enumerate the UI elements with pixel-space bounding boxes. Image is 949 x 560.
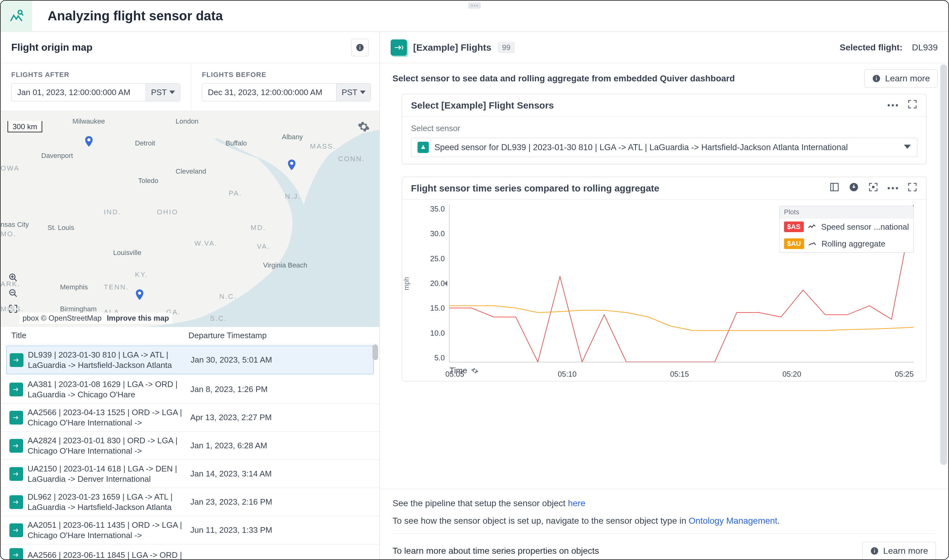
info-button[interactable]: [351, 39, 369, 56]
row-title: AA381 | 2023-01-08 1629 | LGA -> ORD | L…: [28, 379, 184, 400]
sensor-select-dropdown[interactable]: Speed sensor for DL939 | 2023-01-30 810 …: [411, 138, 917, 157]
flight-icon: [9, 467, 23, 481]
svg-text:Memphis: Memphis: [60, 283, 88, 291]
flights-after-value: Jan 01, 2023, 12:00:00:000 AM: [17, 88, 130, 97]
table-row[interactable]: AA2566 | 2023-06-11 1845 | LGA -> ORD |: [1, 545, 379, 560]
selected-flight-label: Selected flight:: [840, 43, 903, 52]
expand-icon[interactable]: [907, 99, 917, 111]
window-drag-handle[interactable]: [468, 3, 481, 9]
svg-text:Virginia Beach: Virginia Beach: [263, 261, 307, 269]
col-departure[interactable]: Departure Timestamp: [182, 331, 379, 340]
chart-collapse-handle[interactable]: [444, 278, 448, 289]
footer-text: To see how the sensor object is set up, …: [393, 516, 689, 526]
pipeline-link[interactable]: here: [568, 498, 585, 508]
selected-flight-value: DL939: [912, 43, 938, 52]
legend-item[interactable]: $AS Speed sensor ...national: [780, 218, 913, 235]
svg-point-40: [87, 138, 91, 142]
ontology-link[interactable]: Ontology Management: [689, 516, 777, 526]
svg-text:MASS.: MASS.: [310, 142, 336, 150]
sensor-select-card: Select [Example] Flight Sensors Select s…: [402, 94, 926, 164]
chart-legend: Plots $AS Speed sensor ...national $AU R…: [780, 206, 914, 252]
map-pin-icon[interactable]: [288, 160, 296, 170]
svg-text:TENN.: TENN.: [103, 283, 129, 291]
svg-text:N.C.: N.C.: [219, 292, 237, 300]
table-row[interactable]: AA2566 | 2023-04-13 1525 | ORD -> LGA | …: [1, 403, 379, 432]
row-timestamp: Apr 13, 2023, 2:27 PM: [184, 413, 379, 422]
svg-text:nsas City: nsas City: [1, 220, 29, 228]
svg-text:KY.: KY.: [135, 271, 148, 278]
expand-icon[interactable]: [907, 182, 917, 194]
chart-card: Flight sensor time series compared to ro…: [402, 177, 926, 382]
table-row[interactable]: DL962 | 2023-01-23 1659 | LGA -> ATL | L…: [1, 488, 379, 516]
sensor-icon: [417, 142, 429, 153]
table-row[interactable]: DL939 | 2023-01-30 810 | LGA -> ATL | La…: [6, 346, 374, 374]
svg-rect-51: [874, 549, 875, 549]
card-menu-icon[interactable]: [887, 104, 898, 106]
flights-before-input[interactable]: Dec 31, 2023, 12:00:00:000 AM PST: [202, 83, 371, 102]
table-row[interactable]: AA381 | 2023-01-08 1629 | LGA -> ORD | L…: [1, 375, 379, 403]
card-menu-icon[interactable]: [887, 187, 898, 189]
flights-before-value: Dec 31, 2023, 12:00:00:000 AM: [208, 88, 322, 97]
footer-text: To learn more about time series properti…: [393, 546, 599, 556]
svg-rect-46: [831, 183, 838, 191]
flights-table-header: Title Departure Timestamp: [1, 327, 379, 345]
flights-after-label: FLIGHTS AFTER: [11, 71, 180, 79]
map-pin-icon[interactable]: [85, 136, 92, 147]
page-title: Analyzing flight sensor data: [48, 8, 223, 23]
svg-rect-45: [876, 76, 877, 77]
panel-toggle-icon[interactable]: [829, 182, 840, 194]
legend-title: Plots: [780, 206, 913, 218]
legend-item[interactable]: $AU Rolling aggregate: [780, 235, 913, 252]
table-row[interactable]: AA2824 | 2023-01-01 830 | ORD -> LGA | C…: [1, 432, 379, 460]
flights-after-tz[interactable]: PST: [146, 83, 180, 101]
focus-icon[interactable]: [868, 182, 878, 194]
col-title[interactable]: Title: [1, 331, 182, 340]
svg-text:OWA: OWA: [1, 164, 20, 172]
svg-point-42: [138, 292, 141, 295]
row-timestamp: Jun 11, 2023, 1:33 PM: [184, 525, 379, 535]
svg-rect-3: [360, 45, 360, 46]
svg-text:Buffalo: Buffalo: [226, 139, 247, 147]
timeseries-chart[interactable]: mph 35.030.025.020.015.010.05.0 Time 05:…: [402, 200, 926, 381]
learn-more-button[interactable]: Learn more: [862, 542, 936, 560]
flights-before-tz[interactable]: PST: [336, 83, 371, 101]
map-pin-icon[interactable]: [136, 289, 143, 300]
footer-notes: See the pipeline that setup the sensor o…: [380, 489, 948, 560]
svg-point-41: [290, 162, 293, 165]
origin-map[interactable]: Milwaukee Detroit London Buffalo Albany …: [1, 111, 379, 327]
svg-text:IND.: IND.: [103, 208, 121, 216]
improve-map-link[interactable]: Improve this map: [107, 314, 169, 322]
table-row[interactable]: AA2051 | 2023-06-11 1435 | ORD -> LGA | …: [1, 516, 379, 545]
flights-object-icon: [391, 39, 407, 56]
flight-icon: [9, 495, 23, 509]
table-scrollbar[interactable]: [373, 345, 378, 560]
flight-icon: [9, 548, 23, 560]
svg-text:Louisville: Louisville: [113, 249, 141, 257]
table-row[interactable]: UA2150 | 2023-01-14 618 | LGA -> DEN | L…: [1, 460, 379, 488]
flights-after-input[interactable]: Jan 01, 2023, 12:00:00:000 AM PST: [11, 83, 180, 102]
chart-card-title: Flight sensor time series compared to ro…: [411, 183, 659, 194]
svg-text:S.C.: S.C.: [210, 314, 227, 322]
learn-more-button[interactable]: Learn more: [864, 69, 938, 88]
zoom-in-icon[interactable]: [8, 272, 19, 283]
sensor-select-label: Select sensor: [411, 123, 917, 133]
svg-text:CONN.: CONN.: [338, 155, 365, 163]
learn-more-label: Learn more: [885, 74, 930, 83]
map-settings-icon[interactable]: [357, 120, 370, 135]
row-timestamp: Jan 23, 2023, 2:16 PM: [184, 497, 379, 507]
download-icon[interactable]: [849, 182, 859, 194]
svg-text:PA.: PA.: [229, 189, 242, 197]
footer-text: See the pipeline that setup the sensor o…: [393, 498, 568, 508]
map-attribution[interactable]: pbox © OpenStreetMap Improve this map: [19, 312, 172, 324]
chart-ylabel: mph: [402, 277, 411, 290]
zoom-out-icon[interactable]: [8, 288, 19, 299]
sensor-select-value: Speed sensor for DL939 | 2023-01-30 810 …: [434, 143, 848, 152]
row-title: DL939 | 2023-01-30 810 | LGA -> ATL | La…: [28, 350, 184, 370]
panel-scrollbar[interactable]: [940, 63, 947, 560]
footer-text: .: [778, 516, 780, 526]
svg-rect-44: [876, 78, 877, 80]
flight-icon: [10, 353, 23, 367]
attrib-text: pbox © OpenStreetMap: [23, 314, 102, 322]
flights-before-label: FLIGHTS BEFORE: [202, 71, 371, 79]
zoom-fit-icon[interactable]: [8, 303, 19, 314]
